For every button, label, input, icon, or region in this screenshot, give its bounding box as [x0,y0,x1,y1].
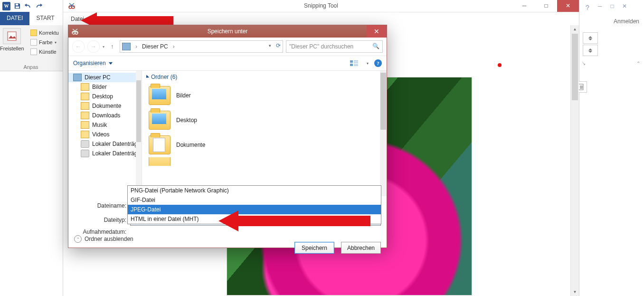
address-bar[interactable]: Dieser PC ▾ ⟳ [120,40,283,53]
ribbon-stepper[interactable] [583,45,598,56]
ribbon-stepper[interactable] [583,32,598,44]
folder-item[interactable]: Bilder [142,83,387,108]
chevron-up-icon: ⌃ [74,235,82,243]
folder-item[interactable]: Desktop [142,108,387,133]
tree-item[interactable]: Musik [68,120,142,130]
dialog-close-button[interactable]: ✕ [367,25,387,38]
annotation-dot [498,63,502,67]
breadcrumb-separator-icon[interactable] [171,43,177,50]
folder-item[interactable]: Dokumente [142,133,387,157]
filetype-label: Dateityp: [74,217,130,223]
word-logo-icon: W [2,2,10,10]
redo-icon[interactable] [35,2,43,10]
tree-item[interactable]: Downloads [68,111,142,120]
folder-icon [81,121,89,129]
close-button[interactable]: ✕ [557,0,579,12]
nav-history-dropdown-icon[interactable]: ▾ [103,45,104,49]
organize-menu[interactable]: Organisieren [73,60,113,67]
folder-item[interactable] [142,157,387,166]
change-view-dropdown-icon[interactable]: ▾ [367,61,369,66]
content-group-header[interactable]: Ordner (6) [142,71,387,83]
tree-scrollbar[interactable] [136,71,142,196]
save-icon[interactable] [13,2,21,10]
save-button[interactable]: Speichern [294,242,334,254]
outer-minimize[interactable]: ─ [597,3,603,10]
drive-icon [81,150,89,157]
outer-restore[interactable]: □ [609,3,616,10]
svg-rect-2 [8,32,16,40]
drive-icon [81,140,89,148]
canvas-scrollbar[interactable]: ▲ ▼ [570,25,579,296]
address-dropdown-icon[interactable]: ▾ [269,43,271,48]
filetype-option[interactable]: PNG-Datei (Portable Network Graphic) [128,186,381,195]
word-tabstrip: DATEI START [0,12,63,26]
cancel-button[interactable]: Abbrechen [341,242,381,254]
outer-close[interactable]: ✕ [621,3,628,10]
signin-link[interactable]: Anmelden [614,18,639,25]
change-view-button[interactable] [348,58,361,68]
filetype-option[interactable]: GIF-Datei [128,195,381,205]
menu-datei[interactable]: Datei [68,14,87,24]
snipping-menubar: Datei [63,12,579,26]
folder-item-label: Bilder [176,92,191,99]
nav-forward-button[interactable]: → [87,40,100,53]
tab-start[interactable]: START [29,12,61,25]
word-quick-access-toolbar: W [0,0,65,12]
ribbon-group-anchor-icon[interactable]: ↘ [582,61,586,66]
search-placeholder: "Dieser PC" durchsuchen [289,43,353,50]
folder-icon [81,112,89,119]
breadcrumb-separator-icon[interactable] [133,43,139,50]
content-scrollbar[interactable] [380,71,387,196]
tree-item-label: Musik [92,122,107,128]
color-button[interactable]: Farbe▾ [30,38,59,47]
artistic-button[interactable]: Künstle [30,47,59,57]
tree-item[interactable]: Dokumente [68,101,142,111]
search-input[interactable]: "Dieser PC" durchsuchen 🔍 [286,40,383,53]
scroll-up-icon[interactable]: ▲ [571,25,579,33]
pc-icon [122,43,131,50]
tree-item[interactable]: Dieser PC [68,73,142,82]
minimize-button[interactable]: ─ [513,0,535,12]
folder-icon [149,86,170,105]
search-icon[interactable]: 🔍 [372,43,379,49]
ribbon-group-label: Anpas [0,64,62,70]
maximize-button[interactable]: □ [535,0,557,12]
scrollbar-thumb[interactable] [136,80,141,142]
nav-up-button[interactable]: ↑ [107,43,117,50]
tree-item[interactable]: Lokaler Datenträge [68,139,142,149]
folder-tree[interactable]: Dieser PCBilderDesktopDokumenteDownloads… [68,71,142,196]
tree-item-label: Videos [92,131,109,138]
dialog-navbar: ← → ▾ ↑ Dieser PC ▾ ⟳ "Dieser PC" durchs… [68,38,387,56]
tree-item[interactable]: Desktop [68,92,142,101]
tree-item[interactable]: Lokaler Datenträge [68,149,142,158]
snipping-titlebar[interactable]: Snipping Tool ─ □ ✕ [63,0,579,12]
tree-item[interactable]: Videos [68,130,142,139]
save-as-dialog: Speichern unter ✕ ← → ▾ ↑ Dieser PC ▾ ⟳ … [68,25,387,248]
hide-folders-label: Ordner ausblenden [85,236,133,242]
recdate-label: Aufnahmedatum: [74,229,130,235]
folder-content[interactable]: Ordner (6) BilderDesktopDokumente [142,71,387,196]
breadcrumb-location[interactable]: Dieser PC [142,43,168,50]
filetype-option[interactable]: JPEG-Datei [128,205,381,214]
dialog-titlebar[interactable]: Speichern unter ✕ [68,25,387,38]
scrollbar-thumb[interactable] [380,73,386,130]
tab-file[interactable]: DATEI [0,12,29,25]
dialog-title-text: Speichern unter [208,28,248,35]
ribbon-collapse-icon[interactable]: ⌃ [636,61,640,66]
undo-icon[interactable] [24,2,32,10]
refresh-icon[interactable]: ⟳ [276,42,281,49]
folder-icon [81,93,89,100]
hide-folders-toggle[interactable]: ⌃ Ordner ausblenden [74,235,133,243]
scroll-down-icon[interactable]: ▼ [571,288,579,296]
filetype-option[interactable]: HTML in einer Datei (MHT) [128,214,381,224]
corrections-button[interactable]: Korrektu [30,28,59,38]
remove-background-button[interactable]: Freistellen [0,28,24,51]
tree-item[interactable]: Bilder [68,82,142,92]
svg-rect-10 [350,64,353,66]
outer-help-icon[interactable]: ? [586,4,589,11]
scrollbar-thumb[interactable] [572,34,578,100]
filetype-dropdown-list[interactable]: PNG-Datei (Portable Network Graphic)GIF-… [127,185,381,224]
nav-back-button[interactable]: ← [72,40,85,53]
help-icon[interactable]: ? [374,59,382,67]
tree-item-label: Desktop [92,93,113,100]
